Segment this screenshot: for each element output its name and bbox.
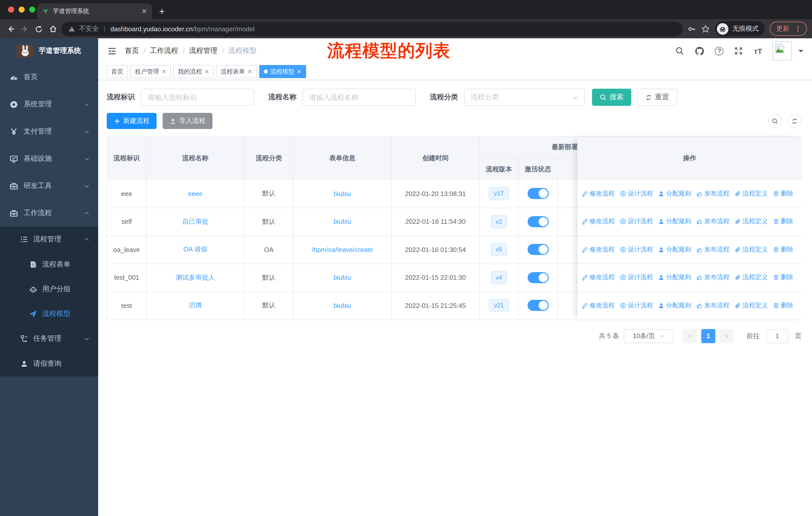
publish-process-link[interactable]: 发布流程 — [696, 273, 729, 282]
form-info-link[interactable]: biubiu — [334, 190, 351, 197]
forward-icon[interactable] — [19, 24, 30, 33]
delete-link[interactable]: 删除 — [773, 273, 793, 282]
edit-process-link[interactable]: 修改流程 — [581, 217, 615, 226]
process-definition-link[interactable]: 流程定义 — [734, 301, 768, 310]
active-toggle[interactable] — [527, 216, 548, 227]
form-info-link[interactable]: /bpm/oa/leave/create — [312, 246, 373, 253]
edit-process-link[interactable]: 修改流程 — [581, 301, 615, 310]
sidebar-item-process-model[interactable]: 流程模型 — [0, 301, 98, 326]
design-process-link[interactable]: 设计流程 — [620, 217, 653, 226]
process-name-link[interactable]: 测试多审批人 — [176, 273, 215, 282]
close-tab-icon[interactable]: ✕ — [141, 7, 147, 15]
process-id-input[interactable] — [141, 89, 254, 106]
tag-process-form[interactable]: 流程表单✕ — [216, 65, 257, 78]
address-bar[interactable]: 不安全 | dashboard.yudao.iocoder.cn/bpm/man… — [61, 21, 683, 36]
refresh-table-button[interactable] — [788, 114, 802, 128]
sidebar-item-task-mgmt[interactable]: 任务管理 — [0, 326, 98, 351]
publish-process-link[interactable]: 发布流程 — [696, 217, 729, 226]
fullscreen-icon[interactable] — [734, 46, 743, 55]
process-name-link[interactable]: 自己审批 — [182, 217, 208, 226]
assign-rule-link[interactable]: 分配规则 — [658, 273, 691, 282]
form-info-link[interactable]: biubiu — [334, 218, 351, 225]
close-tag-icon[interactable]: ✕ — [162, 68, 166, 75]
toggle-search-button[interactable] — [768, 114, 782, 128]
process-definition-link[interactable]: 流程定义 — [734, 189, 768, 198]
sidebar-item-process-form[interactable]: 流程表单 — [0, 252, 98, 277]
sidebar-item-payment-mgmt[interactable]: 支付管理 — [0, 118, 98, 145]
current-page-button[interactable]: 1 — [701, 329, 715, 343]
close-tag-icon[interactable]: ✕ — [204, 68, 209, 75]
app-logo-row[interactable]: 芋道管理系统 — [0, 38, 98, 63]
sidebar-item-dev-tools[interactable]: 研发工具 — [0, 172, 98, 199]
process-name-link[interactable]: 滔博 — [189, 301, 202, 310]
form-info-link[interactable]: biubiu — [334, 274, 351, 281]
reset-button[interactable]: 重置 — [637, 89, 677, 106]
help-icon[interactable]: ? — [715, 47, 724, 55]
import-process-button[interactable]: 导入流程 — [163, 113, 212, 129]
key-icon[interactable] — [688, 24, 696, 33]
goto-page-input[interactable] — [766, 329, 788, 343]
active-toggle[interactable] — [527, 188, 548, 199]
delete-link[interactable]: 删除 — [773, 301, 793, 310]
publish-process-link[interactable]: 发布流程 — [696, 189, 729, 198]
collapse-sidebar-icon[interactable] — [107, 46, 117, 56]
sidebar-item-user-group[interactable]: 用户分组 — [0, 277, 98, 301]
sidebar-item-infrastructure[interactable]: 基础设施 — [0, 145, 98, 172]
active-toggle[interactable] — [527, 300, 548, 311]
breadcrumb-process-mgmt[interactable]: 流程管理 — [189, 46, 218, 55]
avatar[interactable] — [773, 41, 792, 60]
new-tab-button[interactable]: + — [159, 6, 165, 17]
breadcrumb-home[interactable]: 首页 — [125, 46, 139, 55]
close-tag-icon[interactable]: ✕ — [297, 68, 301, 75]
search-icon[interactable] — [675, 46, 685, 55]
prev-page-button[interactable]: ‹ — [683, 329, 697, 343]
process-name-input[interactable] — [302, 89, 416, 106]
sidebar-item-workflow[interactable]: 工作流程 — [0, 199, 98, 227]
sidebar-item-system-mgmt[interactable]: 系统管理 — [0, 91, 98, 118]
publish-process-link[interactable]: 发布流程 — [696, 245, 729, 254]
create-process-button[interactable]: 新建流程 — [107, 113, 156, 129]
maximize-window-button[interactable] — [29, 6, 35, 12]
design-process-link[interactable]: 设计流程 — [620, 189, 653, 198]
edit-process-link[interactable]: 修改流程 — [581, 189, 615, 198]
tag-my-process[interactable]: 我的流程✕ — [173, 65, 213, 78]
back-icon[interactable] — [5, 24, 16, 33]
sidebar-item-home[interactable]: 首页 — [0, 63, 98, 91]
assign-rule-link[interactable]: 分配规则 — [658, 189, 691, 198]
edit-process-link[interactable]: 修改流程 — [581, 245, 615, 254]
design-process-link[interactable]: 设计流程 — [620, 245, 653, 254]
macos-window-controls[interactable] — [8, 6, 35, 12]
form-info-link[interactable]: biubiu — [334, 302, 351, 309]
edit-process-link[interactable]: 修改流程 — [581, 273, 615, 282]
font-size-icon[interactable]: ᴛT — [754, 47, 762, 55]
process-definition-link[interactable]: 流程定义 — [734, 217, 768, 226]
active-toggle[interactable] — [527, 272, 548, 283]
design-process-link[interactable]: 设计流程 — [620, 301, 653, 310]
publish-process-link[interactable]: 发布流程 — [696, 301, 729, 310]
chrome-update-button[interactable]: 更新 — [770, 22, 807, 36]
process-name-link[interactable]: eeee — [188, 190, 203, 197]
process-definition-link[interactable]: 流程定义 — [734, 245, 768, 254]
tag-process-model[interactable]: 流程模型✕ — [259, 65, 306, 78]
github-icon[interactable] — [695, 46, 704, 56]
process-category-select[interactable]: 流程分类 — [464, 89, 585, 106]
minimize-window-button[interactable] — [19, 6, 25, 12]
home-icon[interactable] — [47, 24, 58, 33]
close-window-button[interactable] — [8, 6, 14, 12]
design-process-link[interactable]: 设计流程 — [620, 273, 653, 282]
avatar-caret-down-icon[interactable] — [799, 50, 804, 55]
next-page-button[interactable]: › — [720, 329, 734, 343]
close-tag-icon[interactable]: ✕ — [248, 68, 252, 75]
breadcrumb-workflow[interactable]: 工作流程 — [150, 46, 178, 55]
reload-icon[interactable] — [33, 24, 44, 33]
delete-link[interactable]: 删除 — [773, 245, 793, 254]
page-size-select[interactable]: 10条/页 — [624, 329, 674, 343]
delete-link[interactable]: 删除 — [773, 189, 793, 198]
search-button[interactable]: 搜索 — [592, 89, 631, 106]
sidebar-item-leave-query[interactable]: 请假查询 — [0, 351, 98, 376]
tag-home[interactable]: 首页 — [107, 65, 128, 78]
assign-rule-link[interactable]: 分配规则 — [658, 217, 691, 226]
delete-link[interactable]: 删除 — [773, 217, 793, 226]
bookmark-star-icon[interactable] — [701, 24, 710, 33]
tag-tenant-mgmt[interactable]: 租户管理✕ — [130, 65, 171, 78]
